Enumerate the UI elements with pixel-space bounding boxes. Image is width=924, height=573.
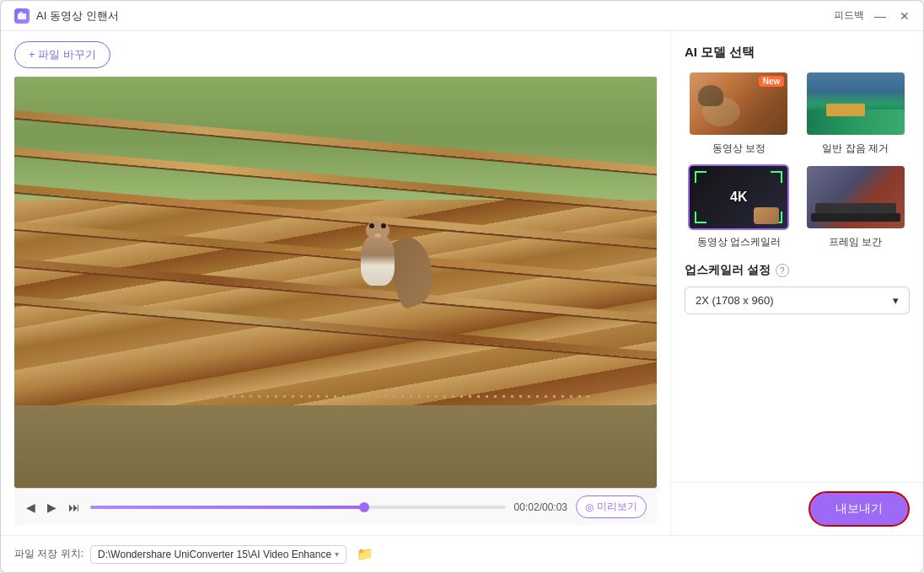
controls-bar: ◀ ▶ ⏭ 00:02/00:03 ◎ 미리보기 bbox=[14, 488, 657, 525]
next-icon: ⏭ bbox=[68, 501, 80, 514]
title-bar-left: AI 동영상 인핸서 bbox=[14, 8, 119, 24]
feedback-link[interactable]: 피드백 bbox=[834, 8, 864, 23]
file-save-label: 파일 저장 위치: bbox=[14, 547, 83, 561]
bracket-bl bbox=[695, 212, 706, 223]
right-panel-content: AI 모델 선택 New 동영상 bbox=[671, 31, 923, 482]
model-label-upscale: 동영상 업스케일러 bbox=[697, 235, 781, 249]
preview-button[interactable]: ◎ 미리보기 bbox=[576, 495, 647, 518]
eye-icon: ◎ bbox=[585, 501, 594, 513]
title-bar: AI 동영상 인핸서 피드백 — ✕ bbox=[1, 1, 923, 31]
next-frame-button[interactable]: ⏭ bbox=[67, 499, 82, 516]
progress-fill bbox=[90, 506, 364, 509]
svg-rect-1 bbox=[19, 12, 23, 14]
upscale-value: 2X (1708 x 960) bbox=[696, 294, 774, 307]
file-path-arrow-icon: ▾ bbox=[335, 549, 339, 559]
model-thumb-restore: New bbox=[688, 71, 789, 137]
model-card-interp[interactable]: 프레임 보간 bbox=[802, 164, 911, 249]
title-bar-right: 피드백 — ✕ bbox=[834, 8, 910, 23]
dropdown-arrow-icon: ▾ bbox=[893, 294, 899, 307]
progress-thumb[interactable] bbox=[359, 502, 369, 512]
export-button[interactable]: 내보내기 bbox=[808, 491, 910, 527]
minimize-button[interactable]: — bbox=[874, 10, 886, 22]
close-button[interactable]: ✕ bbox=[900, 10, 910, 22]
main-window: AI 동영상 인핸서 피드백 — ✕ + 파일 바꾸기 bbox=[0, 0, 924, 573]
time-display: 00:02/00:03 bbox=[514, 501, 567, 513]
model-card-upscale[interactable]: 4K 동영상 업스케일러 bbox=[685, 164, 793, 249]
file-save-row: 파일 저장 위치: D:\Wondershare UniConverter 15… bbox=[1, 535, 923, 572]
play-icon: ▶ bbox=[47, 501, 56, 514]
left-panel: + 파일 바꾸기 bbox=[1, 31, 670, 535]
new-badge: New bbox=[759, 76, 785, 87]
model-thumb-upscale: 4K bbox=[688, 164, 789, 230]
prev-icon: ◀ bbox=[26, 501, 35, 514]
export-row: 내보내기 bbox=[671, 482, 923, 535]
progress-track[interactable] bbox=[90, 506, 506, 509]
app-title: AI 동영상 인핸서 bbox=[36, 8, 119, 24]
app-icon bbox=[14, 8, 30, 24]
bracket-tr bbox=[771, 171, 782, 183]
models-grid: New 동영상 보정 bbox=[685, 71, 910, 249]
model-thumb-denoise bbox=[805, 71, 906, 137]
settings-title: 업스케일러 설정 bbox=[685, 263, 771, 278]
model-label-denoise: 일반 잡음 제거 bbox=[822, 142, 889, 156]
settings-title-row: 업스케일러 설정 ? bbox=[685, 263, 910, 278]
model-label-interp: 프레임 보간 bbox=[829, 235, 882, 249]
video-container bbox=[14, 77, 657, 488]
model-card-restore[interactable]: New 동영상 보정 bbox=[685, 71, 793, 156]
file-path-dropdown[interactable]: D:\Wondershare UniConverter 15\AI Video … bbox=[90, 545, 346, 564]
video-preview bbox=[14, 77, 657, 488]
model-label-restore: 동영상 보정 bbox=[712, 142, 766, 156]
svg-rect-0 bbox=[18, 13, 26, 19]
settings-section: 업스케일러 설정 ? 2X (1708 x 960) ▾ bbox=[685, 263, 910, 314]
models-section-title: AI 모델 선택 bbox=[685, 45, 910, 61]
add-file-button[interactable]: + 파일 바꾸기 bbox=[14, 41, 110, 68]
prev-frame-button[interactable]: ◀ bbox=[24, 499, 37, 516]
file-path-value: D:\Wondershare UniConverter 15\AI Video … bbox=[98, 549, 331, 560]
right-panel: AI 모델 선택 New 동영상 bbox=[670, 31, 923, 535]
model-thumb-interp bbox=[805, 164, 906, 230]
bracket-tl bbox=[695, 171, 706, 183]
4k-label: 4K bbox=[730, 190, 747, 205]
play-button[interactable]: ▶ bbox=[46, 499, 58, 516]
upscale-settings-dropdown[interactable]: 2X (1708 x 960) ▾ bbox=[685, 286, 910, 314]
model-card-denoise[interactable]: 일반 잡음 제거 bbox=[802, 71, 911, 156]
window-controls: — ✕ bbox=[874, 10, 910, 22]
open-folder-button[interactable]: 📁 bbox=[353, 544, 377, 564]
help-icon[interactable]: ? bbox=[776, 264, 789, 277]
main-content: + 파일 바꾸기 bbox=[1, 31, 923, 535]
